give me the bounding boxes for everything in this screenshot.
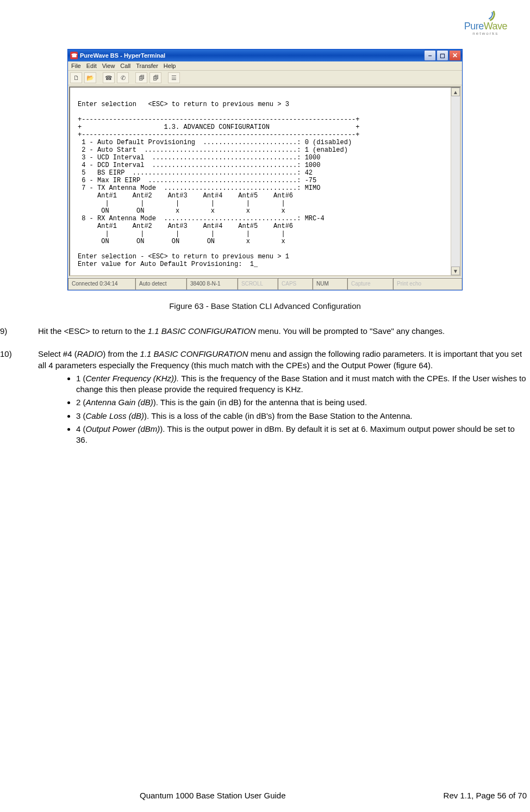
properties-icon[interactable]: ☰ [168, 72, 180, 83]
s10-b: ) from the [103, 349, 140, 358]
status-scroll: SCROLL [238, 278, 278, 290]
toolbar: 🗋 📂 ☎ ✆ 🗐 🗐 ☰ [68, 71, 462, 85]
step9-b: menu. You will be prompted to "Save" any… [256, 326, 445, 336]
step-9: 9) Hit the <ESC> to return to the 1.1 BA… [0, 326, 527, 337]
status-bar: Connected 0:34:14 Auto detect 38400 8-N-… [68, 277, 462, 290]
step-number: 10) [0, 349, 38, 448]
scroll-up-icon[interactable]: ▲ [451, 88, 460, 96]
step-10-bullets: 1 (Center Frequency (KHz)). This is the … [38, 373, 527, 446]
terminal-output[interactable]: Enter selection <ESC> to return to previ… [70, 88, 451, 275]
b3-it: Cable Loss (dB) [86, 411, 145, 420]
menu-call[interactable]: Call [120, 63, 130, 69]
menu-transfer[interactable]: Transfer [136, 63, 158, 69]
s10-i2: 1.1 BASIC CONFIGURATION [140, 349, 248, 358]
figure-caption: Figure 63 - Base Station CLI Advanced Co… [0, 301, 530, 311]
bullet-1: 1 (Center Frequency (KHz)). This is the … [76, 373, 527, 395]
brand-logo: PureWave networks [464, 4, 507, 36]
step-10-text: Select #4 (RADIO) from the 1.1 BASIC CON… [38, 349, 527, 448]
b4-it: Output Power (dBm) [86, 424, 160, 433]
maximize-button[interactable]: ◻ [437, 50, 448, 61]
status-baud: 38400 8-N-1 [186, 278, 238, 290]
menu-edit[interactable]: Edit [86, 63, 97, 69]
menu-view[interactable]: View [102, 63, 115, 69]
b4-pre: 4 ( [76, 424, 86, 433]
status-caps: CAPS [278, 278, 313, 290]
status-num: NUM [313, 278, 347, 290]
menu-help[interactable]: Help [164, 63, 176, 69]
hyperterminal-window: ☎ PureWave BS - HyperTerminal – ◻ ✕ File… [67, 49, 463, 290]
terminal-client-area: Enter selection <ESC> to return to previ… [69, 86, 461, 276]
b2-post: ). This is the gain (in dB) for the ante… [153, 398, 367, 407]
menu-file[interactable]: File [71, 63, 81, 69]
open-icon[interactable]: 📂 [84, 72, 96, 83]
disconnect-icon[interactable]: ✆ [117, 72, 129, 83]
status-capture: Capture [347, 278, 393, 290]
b2-pre: 2 ( [76, 398, 86, 407]
s10-i: RADIO [77, 349, 103, 358]
logo-swoosh-icon [475, 4, 496, 21]
new-icon[interactable]: 🗋 [70, 72, 82, 83]
b1-it: Center Frequency (KHz)). [86, 374, 179, 383]
step-9-text: Hit the <ESC> to return to the 1.1 BASIC… [38, 326, 527, 337]
status-connected: Connected 0:34:14 [68, 278, 135, 290]
b2-it: Antenna Gain (dB) [86, 398, 153, 407]
footer-rev: Rev 1.1, Page 56 of 70 [308, 791, 531, 800]
page-footer: Quantum 1000 Base Station User Guide Rev… [0, 791, 530, 800]
status-echo: Print echo [393, 278, 462, 290]
logo-wordmark: PureWave [464, 21, 507, 32]
bullet-2: 2 (Antenna Gain (dB)). This is the gain … [76, 397, 527, 408]
step9-a: Hit the <ESC> to return to the [38, 326, 148, 336]
step-number: 9) [0, 326, 38, 337]
menu-bar: File Edit View Call Transfer Help [68, 61, 462, 71]
logo-wave: Wave [484, 21, 507, 32]
b1-pre: 1 ( [76, 374, 86, 383]
s10-a: Select #4 ( [38, 349, 77, 358]
window-titlebar[interactable]: ☎ PureWave BS - HyperTerminal – ◻ ✕ [68, 49, 462, 61]
bullet-4: 4 (Output Power (dBm)). This is the outp… [76, 424, 527, 446]
bullet-3: 3 (Cable Loss (dB)). This is a loss of t… [76, 411, 527, 422]
call-icon[interactable]: ☎ [103, 72, 115, 83]
close-button[interactable]: ✕ [449, 50, 461, 61]
step9-i: 1.1 BASIC CONFIGURATION [148, 326, 256, 336]
status-autodetect: Auto detect [135, 278, 186, 290]
footer-title: Quantum 1000 Base Station User Guide [0, 791, 308, 800]
receive-icon[interactable]: 🗐 [149, 72, 161, 83]
window-title: PureWave BS - HyperTerminal [80, 52, 165, 59]
vertical-scrollbar[interactable]: ▲ ▼ [451, 88, 460, 275]
app-icon: ☎ [70, 52, 78, 59]
b3-post: ). This is a loss of the cable (in dB's)… [144, 411, 413, 420]
step-10: 10) Select #4 (RADIO) from the 1.1 BASIC… [0, 349, 527, 448]
logo-pure: Pure [464, 21, 484, 32]
b3-pre: 3 ( [76, 411, 86, 420]
send-icon[interactable]: 🗐 [135, 72, 147, 83]
scroll-down-icon[interactable]: ▼ [451, 266, 460, 275]
minimize-button[interactable]: – [424, 50, 436, 61]
